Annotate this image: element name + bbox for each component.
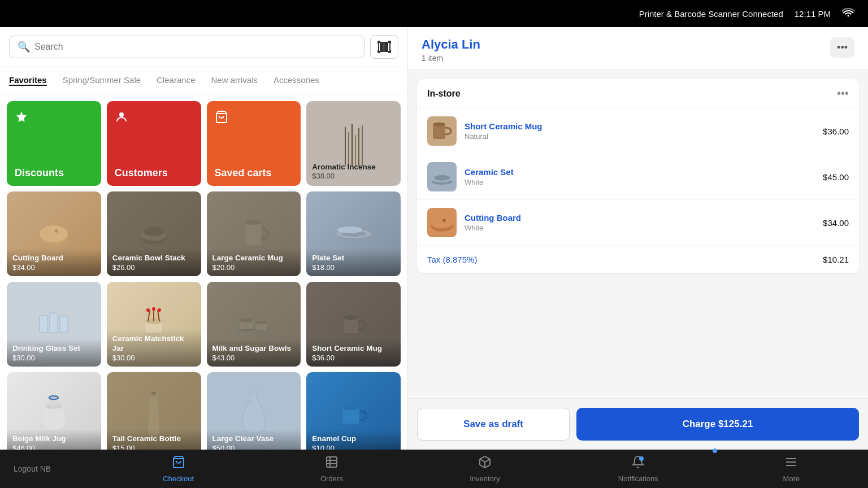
barcode-scan-button[interactable]	[370, 35, 398, 59]
svg-point-29	[146, 308, 150, 312]
product-card-8[interactable]: Beige Milk Jug $46.00	[7, 372, 101, 450]
svg-point-58	[431, 217, 453, 228]
svg-rect-61	[327, 457, 337, 467]
svg-point-34	[240, 318, 253, 323]
svg-point-43	[49, 396, 58, 399]
svg-rect-3	[386, 42, 387, 51]
bottom-nav: Logout NB Checkout Orders	[0, 450, 868, 488]
product-card-10[interactable]: Large Clear Vase $50.00	[207, 372, 301, 450]
search-input-wrapper[interactable]: 🔍	[9, 36, 364, 58]
customers-card[interactable]: Customers	[107, 101, 201, 186]
svg-rect-21	[50, 313, 58, 333]
connection-status: Printer & Barcode Scanner Connected	[639, 9, 783, 19]
cart-item-name-0: Short Ceramic Mug	[465, 121, 815, 131]
tab-favorites[interactable]: Favorites	[9, 75, 47, 86]
status-bar: Printer & Barcode Scanner Connected 12:1…	[0, 0, 868, 27]
svg-point-66	[639, 456, 644, 461]
cart-item-image-1	[427, 162, 457, 191]
nav-checkout[interactable]: Checkout	[102, 450, 255, 488]
product-card-3[interactable]: Plate Set $18.00	[306, 191, 401, 276]
tab-new-arrivals[interactable]: New arrivals	[211, 75, 258, 86]
product-card-9[interactable]: Tall Ceramic Bottle $15.00	[107, 372, 201, 450]
save-draft-button[interactable]: Save as draft	[417, 408, 570, 441]
right-panel: Alycia Lin 1 item ••• In-store •••	[408, 27, 868, 450]
search-input[interactable]	[34, 42, 356, 52]
charge-button[interactable]: Charge $125.21	[576, 408, 859, 441]
product-overlay-10: Large Clear Vase $50.00	[207, 429, 301, 450]
logout-button[interactable]: Logout NB	[0, 450, 102, 488]
svg-point-9	[40, 225, 68, 242]
cart-item-image-2	[427, 208, 457, 237]
svg-point-15	[245, 220, 261, 225]
wifi-icon	[842, 8, 854, 20]
product-card-7[interactable]: Short Ceramic Mug $36.00	[306, 282, 401, 367]
tab-clearance[interactable]: Clearance	[157, 75, 195, 86]
product-overlay-1: Ceramic Bowl Stack $26.00	[107, 249, 201, 276]
nav-orders[interactable]: Orders	[255, 450, 408, 488]
aromatic-incense-card[interactable]: Aromatic Incense $38.00	[306, 101, 401, 186]
cart-item-name-2: Cutting Board	[465, 213, 815, 223]
svg-point-6	[119, 112, 124, 117]
cart-item-info-1: Ceramic Set White	[465, 167, 815, 186]
notifications-icon	[631, 455, 645, 472]
cart-item-info-0: Short Ceramic Mug Natural	[465, 121, 815, 141]
product-card-1[interactable]: Ceramic Bowl Stack $26.00	[107, 191, 201, 276]
svg-rect-14	[245, 223, 261, 245]
discounts-label: Discounts	[15, 167, 64, 179]
svg-point-55	[434, 175, 450, 181]
customer-item-count: 1 item	[422, 54, 480, 63]
in-store-more-button[interactable]: •••	[837, 87, 849, 100]
cart-item-2[interactable]: Cutting Board White $34.00	[417, 200, 859, 246]
in-store-title: In-store	[427, 89, 461, 99]
svg-rect-50	[433, 124, 445, 139]
cart-item-image-0	[427, 116, 457, 146]
product-card-4[interactable]: Drinking Glass Set $30.00	[7, 282, 101, 367]
product-overlay-4: Drinking Glass Set $30.00	[7, 339, 101, 367]
search-bar: 🔍	[0, 27, 407, 67]
customer-header: Alycia Lin 1 item •••	[408, 27, 868, 70]
svg-rect-0	[379, 42, 380, 51]
tab-spring-summer[interactable]: Spring/Summer Sale	[63, 75, 141, 86]
tab-accessories[interactable]: Accessories	[274, 75, 319, 86]
product-card-5[interactable]: Ceramic Matchstick Jar $30.00	[107, 282, 201, 367]
cart-item-price-1: $45.00	[823, 172, 849, 182]
product-card-11[interactable]: Enamel Cup $10.00	[306, 372, 401, 450]
notifications-label: Notifications	[618, 474, 658, 483]
product-grid: Discounts Customers	[0, 94, 407, 450]
svg-point-39	[344, 315, 358, 320]
svg-point-13	[144, 227, 164, 236]
svg-point-37	[255, 321, 267, 324]
product-overlay-3: Plate Set $18.00	[306, 249, 401, 276]
tax-row: Tax (8.875%) $10.21	[417, 246, 859, 273]
cart-item-price-2: $34.00	[823, 218, 849, 228]
product-overlay-9: Tall Ceramic Bottle $15.00	[107, 429, 201, 450]
cart-item-variant-0: Natural	[465, 132, 815, 141]
discounts-card[interactable]: Discounts	[7, 101, 101, 186]
customer-more-button[interactable]: •••	[830, 37, 854, 58]
more-icon	[784, 455, 798, 472]
category-tabs: Favorites Spring/Summer Sale Clearance N…	[0, 67, 407, 94]
checkout-icon	[172, 455, 185, 472]
product-card-0[interactable]: Cutting Board $34.00	[7, 191, 101, 276]
current-time: 12:11 PM	[795, 9, 831, 19]
tax-label: Tax (8.875%)	[427, 255, 477, 264]
nav-notifications[interactable]: Notifications	[562, 450, 715, 488]
orders-icon	[325, 455, 338, 472]
svg-point-51	[433, 123, 445, 127]
orders-label: Orders	[320, 474, 343, 483]
cart-item-1[interactable]: Ceramic Set White $45.00	[417, 154, 859, 200]
customer-name: Alycia Lin	[422, 37, 480, 52]
cart-item-0[interactable]: Short Ceramic Mug Natural $36.00	[417, 108, 859, 154]
svg-rect-4	[388, 42, 390, 51]
nav-inventory[interactable]: Inventory	[408, 450, 561, 488]
product-card-2[interactable]: Large Ceramic Mug $20.00	[207, 191, 301, 276]
in-store-header: In-store •••	[417, 79, 859, 108]
svg-point-30	[152, 307, 155, 311]
cart-section: In-store ••• Short Ceramic Mug	[408, 70, 868, 398]
nav-more[interactable]: More	[715, 450, 868, 488]
cart-item-info-2: Cutting Board White	[465, 213, 815, 232]
saved-carts-card[interactable]: Saved carts	[207, 101, 301, 186]
svg-point-10	[55, 229, 58, 233]
product-card-6[interactable]: Milk and Sugar Bowls $43.00	[207, 282, 301, 367]
more-label: More	[783, 474, 800, 483]
